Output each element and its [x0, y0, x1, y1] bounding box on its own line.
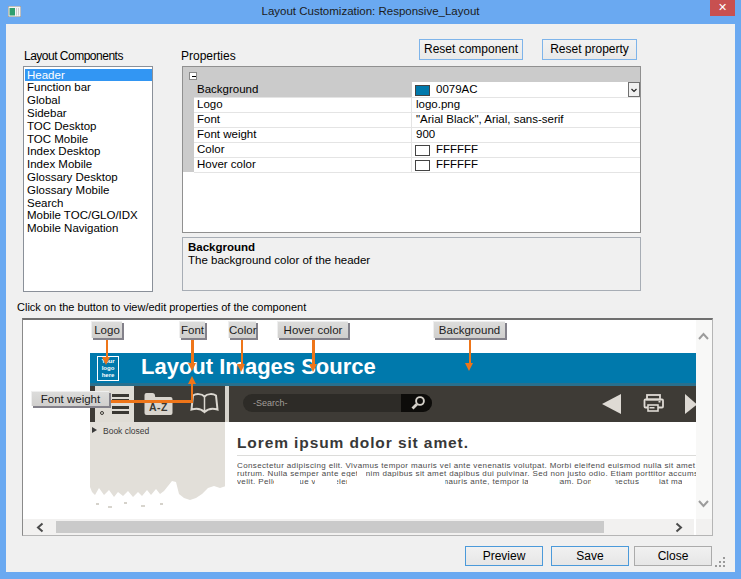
svg-text:A-Z: A-Z	[149, 401, 168, 413]
